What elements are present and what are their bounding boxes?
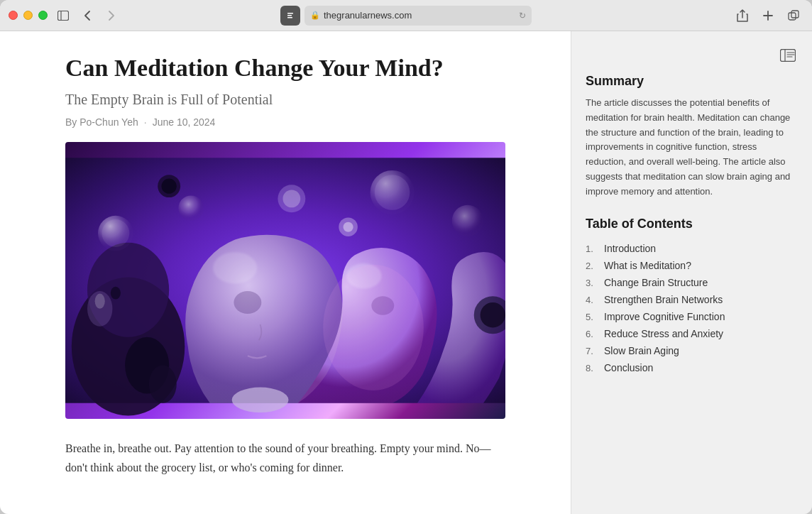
article-byline: By Po-Chun Yeh · June 10, 2024 bbox=[65, 116, 505, 128]
toolbar-right bbox=[733, 6, 803, 26]
toc-item-number: 6. bbox=[586, 329, 600, 339]
toc-item-label: Improve Cognitive Function bbox=[604, 311, 725, 322]
lock-icon: 🔒 bbox=[310, 11, 320, 20]
minimize-button[interactable] bbox=[23, 11, 33, 20]
toc-item-number: 3. bbox=[586, 278, 600, 288]
svg-rect-0 bbox=[58, 11, 69, 20]
browser-window: 🔒 thegranularnews.com ↻ bbox=[0, 0, 812, 514]
toc-item[interactable]: 8.Conclusion bbox=[586, 359, 798, 376]
summary-section: Summary The article discusses the potent… bbox=[586, 74, 798, 199]
toc-item[interactable]: 6.Reduce Stress and Anxiety bbox=[586, 325, 798, 342]
svg-rect-5 bbox=[287, 17, 292, 18]
toc-item-number: 8. bbox=[586, 363, 600, 373]
svg-point-35 bbox=[95, 293, 105, 308]
svg-point-13 bbox=[234, 291, 261, 314]
toc-item-number: 5. bbox=[586, 312, 600, 322]
article-area[interactable]: Can Meditation Change Your Mind? The Emp… bbox=[0, 31, 571, 514]
publish-date: June 10, 2024 bbox=[153, 116, 216, 128]
article-hero-image bbox=[65, 142, 505, 419]
maximize-button[interactable] bbox=[38, 11, 48, 20]
svg-point-31 bbox=[282, 190, 300, 207]
new-tab-button[interactable] bbox=[758, 6, 778, 26]
svg-point-22 bbox=[375, 175, 410, 210]
article-title: Can Meditation Change Your Mind? bbox=[65, 54, 505, 83]
toc-item-label: What is Meditation? bbox=[604, 260, 691, 271]
svg-point-14 bbox=[213, 252, 257, 283]
toc-item-number: 4. bbox=[586, 295, 600, 305]
toc-list: 1.Introduction2.What is Meditation?3.Cha… bbox=[586, 240, 798, 376]
svg-point-27 bbox=[149, 365, 177, 403]
toc-item-label: Slow Brain Aging bbox=[604, 345, 679, 356]
article-body-text: Breathe in, breathe out. Pay attention t… bbox=[65, 439, 505, 477]
refresh-icon[interactable]: ↻ bbox=[519, 11, 526, 21]
share-button[interactable] bbox=[733, 6, 752, 26]
back-button[interactable] bbox=[77, 6, 97, 26]
toc-section: Table of Contents 1.Introduction2.What i… bbox=[586, 217, 798, 376]
titlebar: 🔒 thegranularnews.com ↻ bbox=[0, 0, 812, 31]
toc-item-number: 7. bbox=[586, 346, 600, 356]
svg-point-11 bbox=[111, 287, 121, 300]
article-subtitle: The Empty Brain is Full of Potential bbox=[65, 92, 505, 108]
svg-point-20 bbox=[178, 195, 203, 220]
traffic-lights bbox=[9, 11, 48, 20]
toc-title: Table of Contents bbox=[586, 217, 798, 231]
svg-rect-7 bbox=[791, 11, 799, 18]
svg-rect-6 bbox=[789, 13, 796, 20]
sidebar-toggle-button[interactable] bbox=[53, 6, 73, 26]
toc-item[interactable]: 2.What is Meditation? bbox=[586, 257, 798, 274]
svg-point-16 bbox=[371, 296, 394, 315]
svg-point-17 bbox=[346, 263, 382, 288]
toc-item[interactable]: 3.Change Brain Structure bbox=[586, 274, 798, 291]
url-text: thegranularnews.com bbox=[324, 10, 412, 21]
toc-item[interactable]: 4.Strengthen Brain Networks bbox=[586, 291, 798, 308]
navigation-toolbar bbox=[53, 6, 121, 26]
sidebar-panel: Summary The article discusses the potent… bbox=[571, 31, 812, 514]
toc-item-label: Strengthen Brain Networks bbox=[604, 294, 723, 305]
page-favicon bbox=[280, 6, 300, 26]
toc-item-label: Change Brain Structure bbox=[604, 277, 708, 288]
main-content: Can Meditation Change Your Mind? The Emp… bbox=[0, 31, 812, 514]
toc-item[interactable]: 1.Introduction bbox=[586, 240, 798, 257]
author: By Po-Chun Yeh bbox=[65, 116, 138, 128]
svg-point-23 bbox=[452, 205, 483, 236]
svg-point-12 bbox=[232, 387, 289, 412]
svg-point-19 bbox=[102, 219, 129, 247]
toc-item-label: Reduce Stress and Anxiety bbox=[604, 328, 723, 339]
dot-separator: · bbox=[144, 116, 147, 128]
toc-item-label: Conclusion bbox=[604, 362, 653, 373]
svg-rect-3 bbox=[287, 13, 293, 14]
toc-item-label: Introduction bbox=[604, 243, 656, 254]
url-bar[interactable]: 🔒 thegranularnews.com ↻ bbox=[304, 6, 532, 26]
toc-item-number: 1. bbox=[586, 244, 600, 254]
svg-rect-4 bbox=[287, 15, 292, 16]
article-wrapper: Can Meditation Change Your Mind? The Emp… bbox=[37, 31, 534, 500]
close-button[interactable] bbox=[9, 11, 18, 20]
address-bar-area: 🔒 thegranularnews.com ↻ bbox=[280, 6, 532, 26]
summary-title: Summary bbox=[586, 74, 798, 89]
toc-item[interactable]: 7.Slow Brain Aging bbox=[586, 342, 798, 359]
show-tabs-button[interactable] bbox=[784, 6, 803, 26]
forward-button[interactable] bbox=[102, 6, 121, 26]
toc-item[interactable]: 5.Improve Cognitive Function bbox=[586, 308, 798, 325]
svg-point-29 bbox=[343, 222, 353, 231]
toc-item-number: 2. bbox=[586, 261, 600, 271]
svg-rect-36 bbox=[781, 50, 796, 62]
svg-point-25 bbox=[481, 302, 505, 327]
summary-text: The article discusses the potential bene… bbox=[586, 96, 798, 199]
reader-sidebar-icon[interactable] bbox=[778, 45, 798, 65]
svg-point-33 bbox=[162, 178, 177, 193]
